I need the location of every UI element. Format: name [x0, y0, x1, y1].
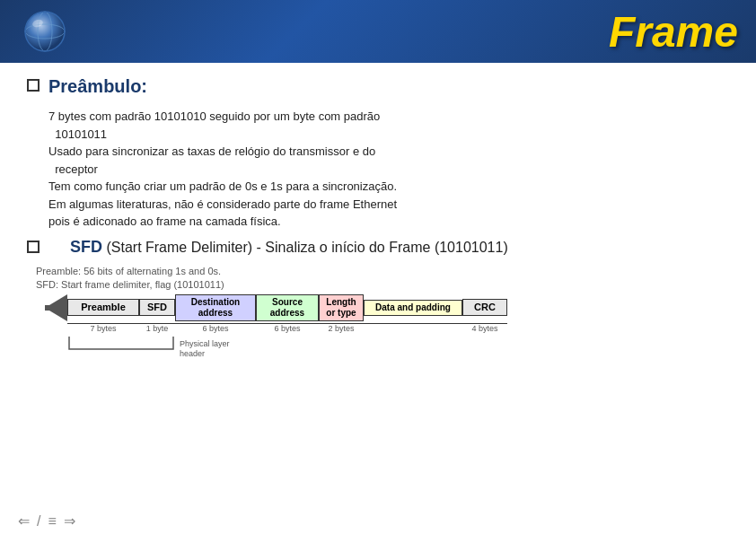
cell-preamble: Preamble — [67, 299, 139, 316]
byte-crc: 4 bytes — [462, 323, 507, 333]
preamble-text: 7 bytes com padrão 10101010 seguido por … — [48, 108, 729, 231]
header-bar: Frame — [0, 0, 756, 63]
svg-rect-6 — [45, 305, 67, 311]
nav-slash: / — [37, 513, 40, 530]
page-title: Frame — [609, 7, 738, 57]
byte-data — [364, 323, 462, 333]
main-content: Preâmbulo: 7 bytes com padrão 10101010 s… — [0, 63, 756, 507]
nav-back-button[interactable]: ⇐ — [18, 512, 30, 530]
diagram-area: Preamble: 56 bits of alternating 1s and … — [36, 266, 729, 360]
checkbox-sfd — [27, 241, 40, 253]
cell-data: Data and padding — [364, 300, 462, 316]
byte-src: 6 bytes — [256, 323, 319, 333]
byte-preamble: 7 bytes — [67, 323, 139, 333]
preamble-section: Preâmbulo: — [27, 76, 729, 101]
sfd-title: SFD (Start Frame Delimiter) - Sinaliza o… — [70, 238, 508, 257]
phys-bracket-icon — [67, 335, 175, 353]
sfd-section: SFD (Start Frame Delimiter) - Sinaliza o… — [27, 238, 729, 257]
phys-label: Physical layerheader — [180, 339, 230, 360]
checkbox-preamble — [27, 79, 40, 92]
cell-dest: Destination address — [175, 294, 256, 321]
cell-src: Source address — [256, 294, 319, 321]
left-arrow-icon — [36, 285, 67, 330]
bottom-nav: ⇐ / ≡ ⇒ — [18, 512, 75, 530]
preamble-title: Preâmbulo: — [48, 76, 147, 97]
diagram-label-1: Preamble: 56 bits of alternating 1s and … — [36, 266, 729, 276]
bytes-row: 7 bytes 1 byte 6 bytes 6 bytes 2 bytes 4… — [67, 323, 729, 333]
nav-menu-button[interactable]: ≡ — [48, 513, 56, 530]
cell-sfd: SFD — [139, 299, 175, 316]
cell-length: Length or type — [319, 294, 364, 321]
nav-forward-button[interactable]: ⇒ — [64, 512, 75, 530]
diagram-label-2: SFD: Start frame delimiter, flag (101010… — [36, 279, 729, 290]
logo-icon — [18, 7, 72, 57]
cell-crc: CRC — [462, 299, 507, 316]
byte-sfd: 1 byte — [139, 323, 175, 333]
byte-dest: 6 bytes — [175, 323, 256, 333]
byte-length: 2 bytes — [319, 323, 364, 333]
